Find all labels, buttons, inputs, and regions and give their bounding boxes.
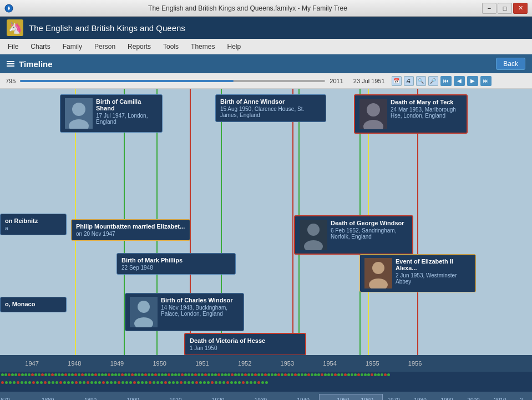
print-icon[interactable]: 🖨 xyxy=(404,76,414,86)
dot xyxy=(294,373,297,376)
menu-item-family[interactable]: Family xyxy=(57,41,88,52)
dot xyxy=(191,381,194,384)
next-button[interactable]: ▶ xyxy=(467,76,478,86)
victoria-detail: 1 Jan 1950 xyxy=(190,345,301,351)
ruler-year-1955: 1955 xyxy=(366,360,379,367)
event-george[interactable]: Death of George Windsor 6 Feb 1952, Sand… xyxy=(294,215,413,255)
ov-870: 870 xyxy=(1,397,10,401)
event-elizabeth[interactable]: Event of Elizabeth II Alexa... 2 Jun 195… xyxy=(359,254,476,292)
app-header: 🦄 The English and British Kings and Quee… xyxy=(0,17,532,39)
event-mary[interactable]: Death of Mary of Teck 24 Mar 1953, Marlb… xyxy=(354,94,468,134)
menu-item-reports[interactable]: Reports xyxy=(122,41,156,52)
event-reibnitz[interactable]: on Reibnitz a xyxy=(0,214,67,235)
reibnitz-detail: a xyxy=(5,225,62,231)
dot xyxy=(98,381,101,384)
dot xyxy=(204,373,207,376)
dot xyxy=(118,373,120,376)
prev-button[interactable]: ◀ xyxy=(454,76,465,86)
dot xyxy=(28,373,31,376)
dot xyxy=(176,381,179,384)
dot xyxy=(128,373,130,376)
dot xyxy=(1,381,4,384)
last-button[interactable]: ⏭ xyxy=(480,76,492,86)
dot xyxy=(184,373,187,376)
dot xyxy=(254,373,257,376)
menu-item-tools[interactable]: Tools xyxy=(158,41,184,52)
dot xyxy=(164,381,167,384)
dot xyxy=(250,381,252,384)
year-slider[interactable] xyxy=(20,80,325,82)
back-button[interactable]: Back xyxy=(496,58,525,70)
svg-point-5 xyxy=(367,103,380,117)
dot xyxy=(195,381,198,384)
overview-bar[interactable]: 870 1880 1890 1900 1910 1920 1930 1940 1… xyxy=(0,392,532,400)
menu-item-charts[interactable]: Charts xyxy=(25,41,55,52)
dot xyxy=(34,373,37,376)
dot xyxy=(111,373,114,376)
ruler-year-1954: 1954 xyxy=(323,360,336,367)
dot xyxy=(41,373,44,376)
mark-title: Birth of Mark Phillips xyxy=(121,257,231,264)
timeline-title: Timeline xyxy=(19,59,53,69)
dot xyxy=(246,381,249,384)
dot xyxy=(371,373,373,376)
event-charles[interactable]: Birth of Charles Windsor 14 Nov 1948, Bu… xyxy=(125,293,244,331)
dot xyxy=(254,381,256,384)
calendar-icon[interactable]: 📅 xyxy=(392,76,402,86)
ruler-year-1950: 1950 xyxy=(153,360,166,367)
menu-item-themes[interactable]: Themes xyxy=(185,41,220,52)
ov-2000: 2000 xyxy=(467,397,479,401)
dot xyxy=(94,373,97,376)
dot xyxy=(144,373,147,376)
event-camilla[interactable]: Birth of Camilla Shand 17 Jul 1947, Lond… xyxy=(60,94,163,133)
dot xyxy=(251,373,254,376)
dot xyxy=(63,381,66,384)
elizabeth-detail: 2 Jun 1953, Westminster Abbey xyxy=(396,272,471,285)
minimize-button[interactable]: − xyxy=(482,3,496,14)
ov-1960: 1960 xyxy=(361,397,373,401)
menu-item-file[interactable]: File xyxy=(2,41,24,52)
zoom-icon[interactable]: 🔎 xyxy=(428,76,438,86)
search-icon[interactable]: 🔍 xyxy=(416,76,426,86)
menu-icon[interactable] xyxy=(7,61,14,67)
elizabeth-title: Event of Elizabeth II Alexa... xyxy=(396,258,471,271)
menu-item-person[interactable]: Person xyxy=(89,41,121,52)
event-anne[interactable]: Birth of Anne Windsor 15 Aug 1950, Clare… xyxy=(215,94,326,122)
dot xyxy=(354,373,357,376)
dot xyxy=(32,381,35,384)
dot xyxy=(361,373,363,376)
dot xyxy=(197,373,200,376)
dot xyxy=(224,373,227,376)
dot xyxy=(311,373,313,376)
event-monaco[interactable]: o, Monaco xyxy=(0,297,67,312)
anne-title: Birth of Anne Windsor xyxy=(220,98,321,105)
dot xyxy=(271,373,273,376)
dot xyxy=(48,381,50,384)
dot xyxy=(347,373,350,376)
event-victoria[interactable]: Death of Victoria of Hesse 1 Jan 1950 xyxy=(184,333,306,355)
menu-item-help[interactable]: Help xyxy=(221,41,246,52)
event-philip[interactable]: Philip Mountbatten married Elizabet... o… xyxy=(71,219,190,241)
dot xyxy=(307,373,310,376)
dot xyxy=(145,381,148,384)
dot xyxy=(44,381,47,384)
svg-point-8 xyxy=(307,224,320,236)
dot xyxy=(264,373,267,376)
dot xyxy=(17,381,19,384)
overview-window[interactable] xyxy=(319,394,383,400)
maximize-button[interactable]: □ xyxy=(498,3,512,14)
ov-1900: 1900 xyxy=(127,397,139,401)
timeline-line-red2 xyxy=(292,89,293,355)
dot xyxy=(184,381,186,384)
dot xyxy=(78,373,80,376)
dot xyxy=(357,373,360,376)
dot xyxy=(9,381,12,384)
dot xyxy=(188,381,190,384)
event-mark[interactable]: Birth of Mark Phillips 22 Sep 1948 xyxy=(116,253,236,275)
dot xyxy=(71,373,74,376)
first-button[interactable]: ⏮ xyxy=(440,76,452,86)
close-button[interactable]: ✕ xyxy=(513,3,528,14)
dot xyxy=(28,381,31,384)
ruler-year-1953: 1953 xyxy=(281,360,294,367)
dot xyxy=(129,381,132,384)
